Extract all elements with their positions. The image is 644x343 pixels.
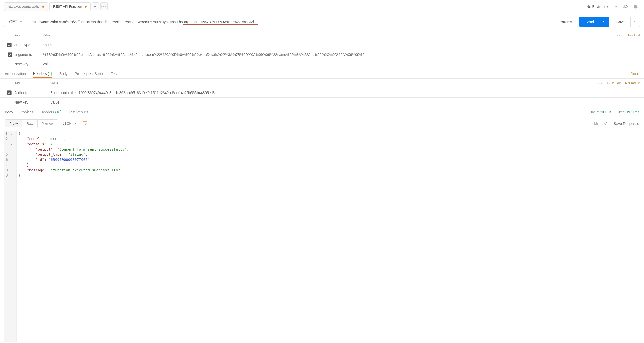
tab-headers-count: (1): [48, 72, 52, 76]
response-tabs: Body Cookies Headers (18) Test Results S…: [0, 107, 644, 117]
tab-test-results[interactable]: Test Results: [69, 108, 88, 116]
search-icon[interactable]: [603, 121, 609, 126]
tab-response-body[interactable]: Body: [5, 108, 13, 116]
send-dropdown-button[interactable]: [600, 17, 609, 27]
param-value[interactable]: %7B%0D%0A%09%22emailAddress%22%3A%22abc%…: [43, 53, 639, 57]
line-gutter: 1 ▾ 2 3 ▾ 4 5 6 7 8 9: [4, 131, 17, 342]
svg-point-2: [605, 122, 607, 124]
response-viewer-controls: Pretty Raw Preview JSON Save Response: [0, 117, 644, 130]
chevron-down-icon: [20, 20, 22, 24]
param-new-row[interactable]: New key Value: [0, 59, 644, 69]
svg-rect-1: [594, 122, 597, 124]
header-new-row[interactable]: New key Value: [0, 98, 644, 107]
svg-rect-0: [595, 123, 597, 125]
header-key[interactable]: Authorization: [14, 91, 50, 95]
tab-authorization[interactable]: Authorization: [5, 70, 26, 78]
time-label: Time:: [617, 110, 625, 114]
save-response-link[interactable]: Save Response: [614, 122, 639, 126]
method-selector[interactable]: GET: [4, 17, 27, 27]
quick-look-icon[interactable]: [622, 4, 628, 10]
svg-line-3: [607, 124, 608, 125]
status-value: 200 OK: [600, 110, 611, 114]
save-button[interactable]: Save: [611, 17, 631, 27]
header-row: Authorization Zoho-oauthtoken 1000.86074…: [0, 88, 644, 98]
request-editor-tabs: Authorization Headers (1) Body Pre-reque…: [0, 69, 644, 79]
tab-body[interactable]: Body: [59, 70, 68, 78]
time-value: 1970 ms: [626, 110, 639, 114]
send-button[interactable]: Send: [579, 17, 600, 27]
param-checkbox[interactable]: [7, 43, 12, 47]
chevron-down-icon: [634, 20, 637, 24]
tab-dirty-dot: [85, 6, 87, 8]
method-label: GET: [9, 20, 17, 24]
tab-response-cookies[interactable]: Cookies: [20, 108, 33, 116]
column-header-value: Value: [43, 34, 617, 37]
tab-headers-label: Headers: [33, 72, 47, 76]
status-label: Status:: [589, 110, 599, 114]
tab-label: REST API Function: [53, 5, 82, 8]
ellipsis-icon: •••: [101, 4, 107, 8]
tab-tests[interactable]: Tests: [111, 70, 119, 78]
request-tab-0[interactable]: https://accounts.zoho: [4, 2, 48, 11]
response-body-content[interactable]: { "code": "success", "details": { "outpu…: [17, 131, 129, 342]
view-raw[interactable]: Raw: [22, 120, 38, 127]
copy-icon[interactable]: [593, 121, 599, 126]
view-preview[interactable]: Preview: [38, 120, 58, 127]
param-key[interactable]: arguments: [15, 53, 43, 57]
header-checkbox[interactable]: [7, 90, 12, 95]
view-pretty[interactable]: Pretty: [5, 120, 22, 127]
save-dropdown-button[interactable]: [631, 17, 640, 27]
new-key-placeholder[interactable]: New key: [14, 62, 43, 66]
url-highlighted-segment: arguments=%7B%0D%0A%09%22emailAd...: [183, 19, 258, 25]
bulk-edit-link[interactable]: Bulk Edit: [627, 33, 640, 37]
environment-label: No Environment: [587, 5, 612, 9]
settings-icon[interactable]: [633, 4, 638, 10]
query-params-table: Key Value ••• Bulk Edit auth_type oauth …: [0, 31, 644, 69]
chevron-down-icon: [74, 122, 77, 125]
url-text-prefix: https://crm.zoho.com/crm/v2/functions/su…: [32, 20, 183, 24]
code-link[interactable]: Code: [631, 72, 639, 76]
new-tab-button[interactable]: +: [92, 2, 99, 10]
request-bar: GET https://crm.zoho.com/crm/v2/function…: [0, 13, 644, 31]
tab-label: https://accounts.zoho: [8, 5, 40, 8]
caret-down-icon: ▾: [638, 81, 640, 85]
headers-table: Key Value ••• Bulk Edit Presets ▾ Author…: [0, 79, 644, 107]
column-header-value: Value: [50, 81, 598, 85]
bulk-edit-link[interactable]: Bulk Edit: [607, 81, 621, 85]
tab-response-headers-label: Headers: [41, 110, 54, 114]
presets-link[interactable]: Presets ▾: [625, 81, 640, 85]
column-header-key: Key: [14, 34, 43, 37]
tab-response-headers[interactable]: Headers (18): [41, 108, 62, 116]
response-body-viewer: 1 ▾ 2 3 ▾ 4 5 6 7 8 9 { "code": "success…: [0, 130, 644, 343]
request-tab-1[interactable]: REST API Function: [49, 2, 91, 11]
tab-prerequest[interactable]: Pre-request Script: [75, 70, 104, 78]
param-checkbox[interactable]: [8, 52, 12, 57]
time-block: Time: 1970 ms: [617, 110, 639, 114]
tab-headers[interactable]: Headers (1): [33, 70, 52, 78]
params-more-icon[interactable]: •••: [617, 33, 622, 37]
url-input[interactable]: https://crm.zoho.com/crm/v2/functions/su…: [29, 17, 552, 27]
presets-label: Presets: [625, 81, 637, 85]
param-value[interactable]: oauth: [43, 43, 640, 47]
param-key[interactable]: auth_type: [14, 43, 43, 47]
top-tab-bar: https://accounts.zoho REST API Function …: [0, 0, 644, 13]
header-value[interactable]: Zoho-oauthtoken 1000.8607494449c8bc1e392…: [50, 91, 640, 95]
view-mode-group: Pretty Raw Preview: [5, 119, 58, 127]
new-key-placeholder[interactable]: New key: [14, 100, 50, 104]
tab-dirty-dot: [42, 6, 44, 8]
params-button[interactable]: Params: [554, 17, 578, 27]
new-value-placeholder[interactable]: Value: [43, 62, 640, 66]
column-header-key: Key: [14, 81, 50, 85]
status-block: Status: 200 OK: [589, 110, 611, 114]
chevron-down-icon: [603, 20, 606, 24]
headers-more-icon[interactable]: •••: [598, 81, 603, 85]
environment-selector[interactable]: No Environment: [587, 5, 618, 9]
tab-overflow-button[interactable]: •••: [100, 2, 108, 10]
new-value-placeholder[interactable]: Value: [50, 100, 640, 104]
param-row-highlighted: arguments %7B%0D%0A%09%22emailAddress%22…: [5, 50, 639, 59]
format-selector[interactable]: JSON: [62, 122, 78, 125]
wrap-lines-icon[interactable]: [82, 120, 89, 127]
chevron-down-icon: [615, 5, 618, 9]
format-label: JSON: [63, 122, 72, 125]
tab-response-headers-count: (18): [55, 110, 61, 114]
